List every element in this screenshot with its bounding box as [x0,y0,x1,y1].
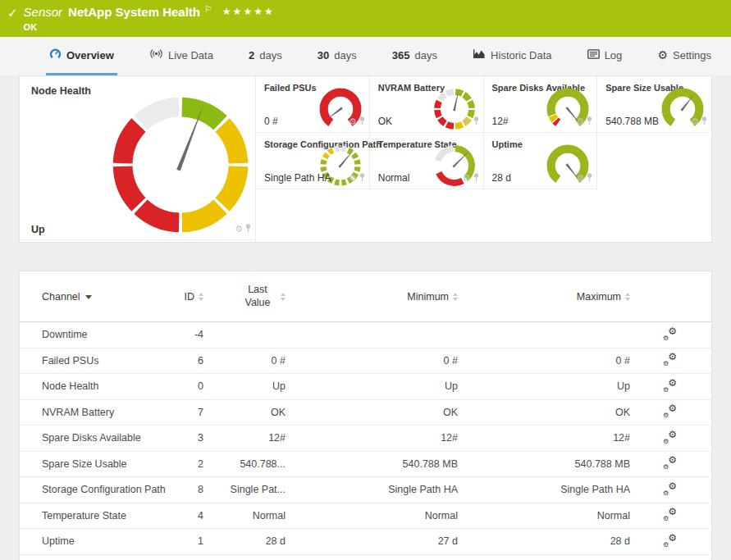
pin-icon[interactable] [587,171,592,185]
channel-last-value: Normal [203,510,286,521]
sort-caret-icon [85,295,92,299]
status-check-icon: ✓ [7,6,18,20]
tab-365-days[interactable]: 365 days [389,37,441,75]
tab-historic-data[interactable]: Historic Data [469,37,555,75]
channel-last-value: OK [203,407,286,418]
tab-365-days-number: 365 [392,49,410,61]
channel-id: 0 [167,380,203,392]
tab-365-days-label: days [415,49,437,61]
gauge-value: 0 # [264,116,278,127]
gear-icon[interactable]: ⚙ [576,117,584,126]
pin-icon[interactable] [359,114,365,129]
gauge-cell-spare-disks[interactable]: Spare Disks Available 12# ⚙ [484,76,598,133]
tab-30-days-label: days [334,49,356,61]
gauges-panel: Node Health Up ⚙ Failed PSUs 0 # ⚙ [19,75,712,243]
pin-icon[interactable] [473,171,479,185]
channel-last-value: Single Pat... [203,484,286,495]
channel-maximum: Single Path HA [458,484,630,495]
channel-settings-icon[interactable]: ⚙⚙ [663,380,677,393]
gauge-value: Normal [378,172,410,184]
channel-maximum: 12# [458,432,630,444]
channel-settings-icon[interactable]: ⚙⚙ [663,406,677,418]
column-header-maximum[interactable]: Maximum [458,291,630,303]
pin-icon[interactable] [359,171,365,185]
channel-minimum: 0 # [286,355,458,367]
gauge-cell-storage-path[interactable]: Storage Configuration Path Single Path H… [256,133,370,189]
channel-id: 1 [167,535,203,547]
column-header-last-value[interactable]: Last Value [203,284,286,309]
channel-settings-icon[interactable]: ⚙⚙ [663,509,677,521]
gauge-value: 28 d [492,172,511,184]
gear-icon[interactable]: ⚙ [235,225,243,234]
pin-icon[interactable] [701,114,707,129]
channel-minimum: Normal [286,510,458,521]
sort-icon [625,293,630,301]
gauge-cell-failed-psus[interactable]: Failed PSUs 0 # ⚙ [256,76,370,133]
gauge-cell-nvram-battery[interactable]: NVRAM Battery OK ⚙ [370,76,484,133]
table-row: Node Health 0 Up Up Up ⚙⚙ [20,374,711,400]
channel-name: Spare Disks Available [20,432,167,444]
live-data-icon [149,48,163,61]
tab-2-days-label: days [259,49,281,61]
gear-icon[interactable]: ⚙ [691,117,699,126]
gauge-value: 540.788 MB [605,116,659,127]
channel-name: Temperature State [20,510,167,521]
channel-maximum: Normal [458,510,630,521]
channel-name: Downtime [20,329,167,340]
table-row: Spare Disks Available 3 12# 12# 12# ⚙⚙ [20,426,711,452]
gear-icon[interactable]: ⚙ [463,117,471,126]
channel-settings-icon[interactable]: ⚙⚙ [663,535,677,548]
gear-icon[interactable]: ⚙ [349,117,357,126]
tab-2-days[interactable]: 2 days [245,37,286,75]
channel-minimum: Up [286,380,458,392]
channel-maximum: OK [458,407,630,418]
flag-icon[interactable]: ⚐ [204,4,212,15]
channel-settings-icon[interactable]: ⚙⚙ [663,432,677,444]
object-kind-label: Sensor [24,5,63,19]
tab-30-days[interactable]: 30 days [314,37,360,75]
channel-name: NVRAM Battery [20,407,167,418]
channel-minimum: Single Path HA [286,484,458,495]
gauge-cell-node-health[interactable]: Node Health Up ⚙ [20,76,256,242]
channel-name: Storage Configuration Path [20,484,167,495]
tab-log[interactable]: Log [584,37,626,75]
channel-maximum: 28 d [458,535,630,547]
column-header-channel[interactable]: Channel [20,291,167,303]
gear-icon[interactable]: ⚙ [463,174,471,183]
pin-icon[interactable] [473,114,479,129]
tab-2-days-number: 2 [249,49,254,61]
gauge-value: Single Path HA [264,172,331,184]
tab-live-data-label: Live Data [168,49,213,61]
channel-name: Node Health [20,380,167,392]
gear-icon[interactable]: ⚙ [349,174,357,183]
channel-minimum: 27 d [286,535,458,547]
gauge-label: Node Health [31,85,91,97]
channel-id: 3 [167,432,203,444]
priority-stars[interactable]: ★★★★★ [222,6,275,17]
table-row: Storage Configuration Path 8 Single Pat.… [20,477,711,503]
channel-name: Uptime [20,535,167,547]
tab-settings[interactable]: ⚙ Settings [654,37,715,75]
channel-settings-icon[interactable]: ⚙⚙ [663,458,677,470]
pin-icon[interactable] [245,221,251,236]
sensor-tab-bar: Overview Live Data 2 days 30 days 365 da… [0,37,731,75]
channel-settings-icon[interactable]: ⚙⚙ [663,329,677,341]
channel-settings-icon[interactable]: ⚙⚙ [663,484,677,496]
gauge-cell-uptime[interactable]: Uptime 28 d ⚙ [484,133,598,189]
table-row: Failed PSUs 6 0 # 0 # 0 # ⚙⚙ [20,348,711,375]
table-row: Uptime 1 28 d 27 d 28 d ⚙⚙ [20,529,711,555]
log-icon [587,49,600,61]
column-header-id[interactable]: ID [167,291,203,303]
channel-name: Failed PSUs [20,355,167,367]
channel-maximum: Up [458,380,630,392]
channel-minimum: 540.788 MB [286,458,458,470]
column-header-minimum[interactable]: Minimum [286,291,458,303]
channel-last-value: 28 d [203,535,286,547]
channel-settings-icon[interactable]: ⚙⚙ [663,354,677,367]
tab-overview[interactable]: Overview [46,37,117,75]
pin-icon[interactable] [587,114,592,129]
gauge-cell-spare-size[interactable]: Spare Size Usable 540.788 MB ⚙ [597,76,711,133]
gauge-cell-temperature[interactable]: Temperature State Normal ⚙ [370,133,484,189]
gear-icon[interactable]: ⚙ [576,174,584,183]
tab-live-data[interactable]: Live Data [146,37,217,75]
